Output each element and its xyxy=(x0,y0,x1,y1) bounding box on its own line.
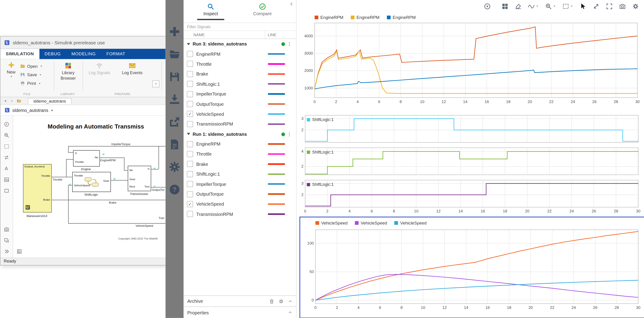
print-button[interactable]: Print xyxy=(20,80,42,87)
signal-row[interactable]: Throttle xyxy=(184,149,296,159)
signal-row[interactable]: Throttle xyxy=(184,59,296,69)
settings-button[interactable] xyxy=(632,3,639,10)
collapse-triangle-icon[interactable] xyxy=(187,133,190,135)
gallery-expand-button[interactable] xyxy=(152,80,160,88)
signal-row[interactable]: ShiftLogic:1 xyxy=(184,169,296,179)
signal-checkbox[interactable] xyxy=(187,121,193,127)
signal-row[interactable]: ✓VehicleSpeed xyxy=(184,199,296,209)
signal-row[interactable]: Brake xyxy=(184,69,296,79)
simulink-titlebar[interactable]: sldemo_autotrans - Simulink prerelease u… xyxy=(0,37,166,49)
ribbon-tab-debug[interactable]: DEBUG xyxy=(39,49,66,59)
signal-checkbox[interactable] xyxy=(187,61,193,67)
more-icon[interactable] xyxy=(4,249,9,254)
pointer-button[interactable] xyxy=(580,3,586,10)
signal-checkbox[interactable] xyxy=(187,81,193,87)
signal-row[interactable]: EngineRPM xyxy=(184,139,296,149)
fullscreen-button[interactable] xyxy=(606,3,613,10)
run-menu-icon[interactable] xyxy=(287,131,292,137)
archive-section[interactable]: Archive xyxy=(184,296,296,307)
run-group-row[interactable]: Run 1: sldemo_autotrans xyxy=(184,129,296,139)
log-signals-button[interactable]: Log Signals xyxy=(88,62,111,75)
line-style-button[interactable] xyxy=(528,3,539,10)
signal-checkbox[interactable] xyxy=(187,161,193,167)
collapse-properties-icon[interactable] xyxy=(288,310,292,315)
camera-icon[interactable] xyxy=(4,227,9,232)
signal-checkbox[interactable] xyxy=(187,211,193,217)
import-button[interactable] xyxy=(168,93,180,105)
eraser-button[interactable] xyxy=(515,3,522,10)
panel-collapse-icon[interactable] xyxy=(289,1,294,6)
signal-row[interactable]: ✓VehicleSpeed xyxy=(184,109,296,119)
signal-checkbox[interactable] xyxy=(187,91,193,97)
block-shiftlogic[interactable]: Throttle VehicleSpeed Gear xyxy=(72,172,111,192)
properties-section[interactable]: Properties xyxy=(184,307,296,318)
log-events-button[interactable]: Log Events xyxy=(120,62,144,75)
archive-gear-icon[interactable] xyxy=(278,299,284,304)
tab-compare[interactable]: Compare xyxy=(238,0,287,22)
zoom-icon[interactable] xyxy=(4,133,9,138)
shiftlogic-plot-1[interactable]: 23 xyxy=(300,114,642,146)
signal-row[interactable]: TransmissionRPM xyxy=(184,119,296,129)
open-button[interactable]: Open xyxy=(20,62,42,70)
new-button[interactable]: New xyxy=(4,62,18,78)
tab-inspect[interactable]: Inspect xyxy=(186,0,235,22)
folder-up-icon[interactable] xyxy=(16,98,22,103)
shiftlogic-plot-3[interactable]: 23024681012141618202224262830 xyxy=(300,179,642,216)
signal-row[interactable]: EngineRPM xyxy=(184,49,296,59)
forward-icon[interactable] xyxy=(10,99,14,103)
document-tab[interactable]: sldemo_autotrans xyxy=(28,98,71,104)
block-maneuversgui[interactable]: Gradual_Accelerat Throttle Brake xyxy=(23,164,52,212)
signal-checkbox[interactable]: ✓ xyxy=(187,201,193,207)
model-canvas[interactable]: Modeling an Automatic Transmiss xyxy=(13,116,166,258)
signal-row[interactable]: OutputTorque xyxy=(184,189,296,199)
panel-toggle-icon[interactable] xyxy=(4,121,9,127)
collapse-archive-icon[interactable] xyxy=(288,299,292,304)
signal-checkbox[interactable] xyxy=(187,191,193,197)
camera-button[interactable] xyxy=(619,3,626,10)
box-icon[interactable] xyxy=(4,188,9,194)
block-engine[interactable]: Ti Throttle Ne xyxy=(73,150,100,167)
ribbon-tab-format[interactable]: FORMAT xyxy=(101,49,131,59)
save-button[interactable]: Save xyxy=(20,71,42,78)
report-button[interactable] xyxy=(168,138,180,151)
annotation-icon[interactable] xyxy=(4,166,9,172)
swap-icon[interactable] xyxy=(4,155,9,160)
signal-checkbox[interactable] xyxy=(187,71,193,77)
subplot-layout-button[interactable] xyxy=(502,3,508,10)
collapse-triangle-icon[interactable] xyxy=(187,43,190,45)
signal-checkbox[interactable] xyxy=(187,101,193,107)
vehicle-speed-plot[interactable]: 050100024681012141618202224262830 xyxy=(300,229,642,313)
pan-button[interactable] xyxy=(593,3,600,10)
signal-checkbox[interactable] xyxy=(187,151,193,157)
play-circle-button[interactable] xyxy=(484,3,491,10)
sample-time-legend-icon[interactable] xyxy=(16,249,22,254)
selected-subplot[interactable]: VehicleSpeedVehicleSpeedVehicleSpeed 050… xyxy=(300,217,644,318)
signal-checkbox[interactable] xyxy=(187,171,193,177)
signal-checkbox[interactable] xyxy=(187,51,193,57)
help-button[interactable]: ? xyxy=(168,183,180,196)
signal-checkbox[interactable] xyxy=(187,141,193,147)
back-icon[interactable] xyxy=(3,99,7,103)
library-browser-button[interactable]: Library Browser xyxy=(57,62,79,81)
ribbon-tab-modeling[interactable]: MODELING xyxy=(66,49,101,59)
breadcrumb[interactable]: sldemo_autotrans xyxy=(0,105,166,116)
signal-row[interactable]: Brake xyxy=(184,159,296,169)
block-transmission[interactable]: Ne Gear Nout Ti Tout xyxy=(128,166,151,191)
filter-signals-input[interactable] xyxy=(184,24,296,29)
signal-row[interactable]: OutputTorque xyxy=(184,99,296,109)
open-button[interactable] xyxy=(168,48,180,60)
shiftlogic-plot-2[interactable]: 24 xyxy=(300,147,642,178)
export-button[interactable] xyxy=(168,116,180,128)
run-group-row[interactable]: Run 3: sldemo_autotrans xyxy=(184,39,296,49)
trash-icon[interactable] xyxy=(269,299,274,304)
signal-row[interactable]: ImpellerTorque xyxy=(184,179,296,189)
layers-icon[interactable] xyxy=(4,238,9,243)
fit-view-button[interactable] xyxy=(562,3,574,10)
signal-row[interactable]: ImpellerTorque xyxy=(184,89,296,99)
image-icon[interactable] xyxy=(4,177,9,182)
signal-row[interactable]: ShiftLogic:1 xyxy=(184,79,296,89)
zoom-button[interactable] xyxy=(545,3,556,10)
signal-row[interactable]: TransmissionRPM xyxy=(184,209,296,219)
signal-checkbox[interactable]: ✓ xyxy=(187,111,193,117)
save-button[interactable] xyxy=(168,70,180,83)
